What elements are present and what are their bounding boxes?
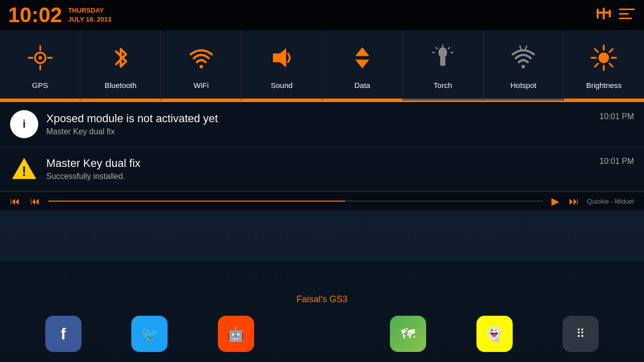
wifi-icon: [187, 44, 215, 76]
gps-icon: [26, 44, 54, 76]
day-label: THURSDAY: [68, 6, 111, 15]
sound-label: Sound: [271, 81, 292, 89]
svg-point-9: [38, 56, 42, 59]
date-display: THURSDAY JULY 18. 2013: [68, 6, 111, 24]
brightness-icon: [590, 44, 618, 76]
notification-masterkey-title: Master Key dual fix: [46, 157, 600, 170]
svg-text:i: i: [23, 118, 26, 130]
quick-tile-bluetooth[interactable]: Bluetooth: [80, 30, 161, 101]
notification-masterkey-subtitle: Successfully installed.: [46, 172, 600, 181]
dock-icon-spacer: [304, 316, 340, 352]
media-player-strip: ⏮ ⏮ ▶ ⏭ Quickie - Miduel: [0, 192, 644, 210]
clock: 10:02: [8, 5, 62, 26]
quick-tile-hotspot[interactable]: Hotspot: [484, 30, 564, 101]
data-icon: [348, 44, 376, 76]
svg-line-35: [610, 49, 613, 52]
dock-icon-facebook[interactable]: f: [45, 316, 82, 352]
home-screen: Faisal's GS3 f 🐦 🤖 🗺 👻 ⠿: [0, 261, 644, 362]
svg-point-14: [199, 65, 203, 68]
dock-icon-snapchat[interactable]: 👻: [476, 316, 513, 352]
dock-icon-apps[interactable]: ⠿: [562, 316, 599, 352]
svg-rect-2: [603, 8, 605, 20]
brightness-label: Brightness: [586, 81, 622, 89]
torch-bar: [403, 99, 483, 101]
svg-line-21: [448, 47, 450, 49]
hotspot-bar: [484, 99, 564, 101]
media-rewind-icon[interactable]: ⏮: [10, 196, 20, 207]
gps-label: GPS: [32, 81, 48, 89]
svg-line-33: [595, 49, 598, 52]
svg-line-36: [595, 63, 598, 66]
svg-point-18: [438, 47, 447, 58]
notification-xposed[interactable]: i Xposed module is not activated yet Mas…: [0, 102, 644, 147]
dock-icon-twitter[interactable]: 🐦: [131, 316, 168, 352]
media-title: Miduel: [615, 198, 634, 205]
dock-icon-maps[interactable]: 🗺: [390, 316, 426, 352]
status-bar-icons: [595, 5, 636, 26]
brightness-bar: [564, 99, 644, 101]
svg-rect-4: [595, 12, 613, 13]
device-name: Faisal's GS3: [296, 294, 347, 305]
bluetooth-label: Bluetooth: [105, 81, 136, 89]
media-artist: Quickie: [587, 198, 609, 205]
data-bar: [323, 99, 403, 101]
gps-bar: [0, 99, 80, 101]
svg-rect-19: [440, 57, 446, 66]
torch-label: Torch: [434, 81, 452, 89]
dock-bar: f 🐦 🤖 🗺 👻 ⠿: [0, 311, 644, 362]
svg-point-28: [599, 52, 609, 63]
data-label: Data: [354, 81, 370, 89]
quick-tile-gps[interactable]: GPS: [0, 30, 80, 101]
media-play-icon[interactable]: ▶: [551, 195, 559, 207]
quick-settings-bar: GPS Bluetooth WiFi: [0, 30, 644, 102]
menu-icon[interactable]: [618, 5, 636, 26]
notification-xposed-subtitle: Master Key dual fix: [46, 127, 600, 136]
notification-xposed-title: Xposed module is not activated yet: [46, 112, 600, 125]
svg-point-25: [522, 65, 525, 68]
svg-rect-6: [619, 13, 629, 15]
media-controls: ⏮ ⏮: [10, 196, 40, 207]
notification-info-icon-wrap: i: [10, 110, 38, 138]
sound-icon: [268, 44, 296, 76]
notification-masterkey[interactable]: ! Master Key dual fix Successfully insta…: [0, 147, 644, 192]
status-bar: 10:02 THURSDAY JULY 18. 2013: [0, 0, 644, 30]
hotspot-label: Hotspot: [510, 81, 536, 89]
svg-rect-5: [619, 9, 635, 10]
svg-text:!: !: [22, 163, 26, 179]
quick-tile-brightness[interactable]: Brightness: [564, 30, 644, 101]
wifi-bar: [161, 99, 241, 101]
svg-line-34: [610, 63, 613, 66]
svg-rect-7: [619, 18, 632, 19]
notification-xposed-content: Xposed module is not activated yet Maste…: [46, 112, 600, 136]
media-progress-bar[interactable]: [48, 201, 543, 202]
equalizer-icon[interactable]: [595, 5, 613, 26]
quick-tile-sound[interactable]: Sound: [242, 30, 322, 101]
media-play-controls: ▶ ⏭: [551, 195, 579, 207]
notification-xposed-time: 10:01 PM: [600, 112, 634, 121]
quick-tile-torch[interactable]: Torch: [403, 30, 484, 101]
media-prev-icon[interactable]: ⏮: [30, 196, 40, 207]
quick-tile-wifi[interactable]: WiFi: [161, 30, 242, 101]
dock-icon-reddit[interactable]: 🤖: [218, 316, 254, 352]
svg-marker-16: [355, 47, 369, 56]
media-progress-fill: [48, 201, 345, 202]
sound-bar: [242, 99, 321, 101]
date-label: JULY 18. 2013: [68, 15, 111, 24]
notification-panel: 10:02 THURSDAY JULY 18. 2013: [0, 0, 644, 210]
hotspot-icon: [509, 44, 537, 76]
svg-rect-3: [609, 10, 611, 18]
svg-line-22: [436, 47, 438, 49]
media-next-icon[interactable]: ⏭: [569, 196, 579, 207]
bluetooth-icon: [107, 44, 135, 76]
notifications-area: i Xposed module is not activated yet Mas…: [0, 102, 644, 192]
quick-tile-data[interactable]: Data: [323, 30, 403, 101]
svg-marker-15: [273, 48, 286, 67]
media-separator: -: [611, 198, 615, 205]
torch-icon: [429, 44, 457, 76]
media-info: Quickie - Miduel: [587, 198, 634, 205]
notification-masterkey-time: 10:01 PM: [600, 157, 634, 166]
wifi-label: WiFi: [194, 81, 209, 89]
notification-masterkey-content: Master Key dual fix Successfully install…: [46, 157, 600, 181]
notification-warning-icon-wrap: !: [10, 155, 38, 183]
svg-marker-17: [355, 59, 369, 68]
